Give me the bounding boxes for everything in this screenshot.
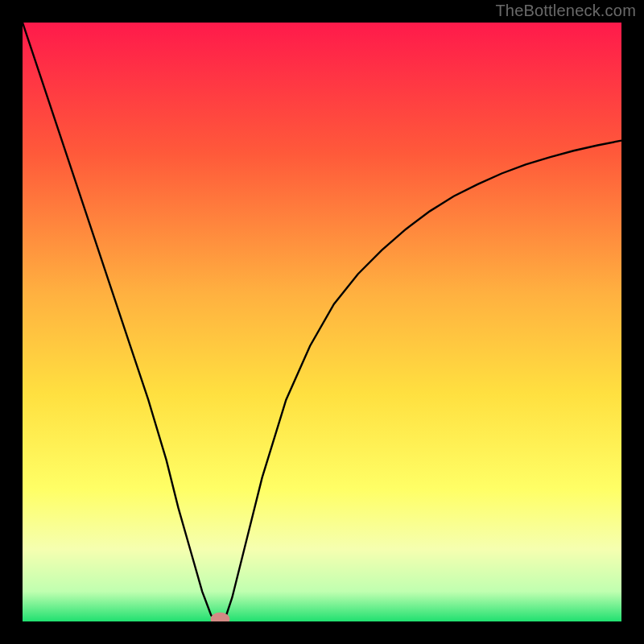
chart-svg	[23, 23, 621, 621]
chart-frame: TheBottleneck.com	[0, 0, 644, 644]
plot-area	[23, 23, 621, 621]
attribution-text: TheBottleneck.com	[495, 2, 636, 20]
gradient-background	[23, 23, 621, 621]
